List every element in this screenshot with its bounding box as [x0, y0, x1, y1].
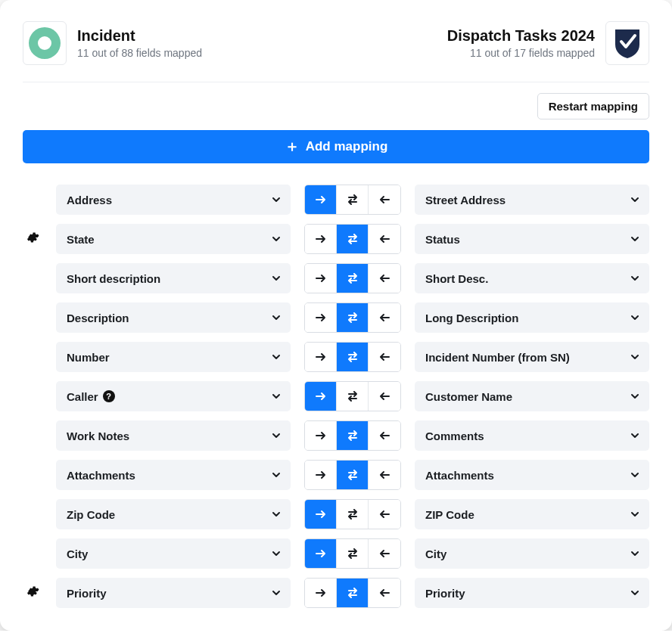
target-field-label: Short Desc.: [425, 272, 488, 285]
direction-right-button[interactable]: [305, 500, 337, 529]
mapping-row: StateStatus: [23, 224, 649, 254]
chevron-down-icon: [271, 234, 282, 244]
mapping-row: Zip CodeZIP Code: [23, 499, 649, 529]
target-field-select[interactable]: Long Description: [415, 302, 649, 333]
chevron-down-icon: [271, 548, 282, 559]
info-icon: ?: [103, 390, 115, 402]
chevron-down-icon: [630, 194, 640, 205]
direction-left-button[interactable]: [369, 185, 400, 214]
mapping-row: Caller?Customer Name: [23, 381, 649, 411]
ring-icon: [29, 27, 61, 59]
target-field-label: Attachments: [425, 469, 494, 482]
source-field-select[interactable]: City: [56, 538, 291, 569]
chevron-down-icon: [271, 588, 282, 598]
gear-icon: [26, 585, 39, 598]
direction-both-button[interactable]: [337, 461, 369, 489]
chevron-down-icon: [271, 509, 282, 520]
direction-right-button[interactable]: [305, 185, 337, 214]
target-field-select[interactable]: ZIP Code: [415, 499, 649, 529]
source-field-select[interactable]: Attachments: [56, 460, 291, 490]
source-field-select[interactable]: Short description: [56, 263, 291, 293]
source-logo: [23, 21, 67, 65]
mapping-row: PriorityPriority: [23, 578, 649, 608]
source-field-label: Short description: [67, 272, 160, 285]
source-field-select[interactable]: Address: [56, 185, 291, 215]
direction-both-button[interactable]: [337, 343, 369, 371]
chevron-down-icon: [630, 470, 640, 480]
direction-left-button[interactable]: [369, 225, 400, 253]
direction-group: [304, 578, 401, 608]
direction-right-button[interactable]: [305, 303, 337, 332]
target-field-label: Customer Name: [425, 390, 512, 403]
direction-right-button[interactable]: [305, 264, 337, 293]
target-field-select[interactable]: Incident Number (from SN): [415, 342, 649, 372]
mapping-row: DescriptionLong Description: [23, 302, 649, 333]
direction-left-button[interactable]: [369, 343, 400, 371]
direction-left-button[interactable]: [369, 461, 400, 489]
direction-both-button[interactable]: [337, 579, 369, 607]
direction-left-button[interactable]: [369, 382, 400, 411]
gear-column: [23, 585, 42, 601]
target-field-select[interactable]: Attachments: [415, 460, 649, 490]
direction-right-button[interactable]: [305, 539, 337, 568]
direction-right-button[interactable]: [305, 421, 337, 450]
target-field-select[interactable]: Customer Name: [415, 381, 649, 411]
direction-both-button[interactable]: [337, 500, 369, 529]
direction-right-button[interactable]: [305, 461, 337, 489]
direction-left-button[interactable]: [369, 421, 400, 450]
direction-both-button[interactable]: [337, 225, 369, 253]
target-field-select[interactable]: Street Address: [415, 185, 649, 215]
direction-both-button[interactable]: [337, 303, 369, 332]
direction-both-button[interactable]: [337, 421, 369, 450]
source-field-select[interactable]: Number: [56, 342, 291, 372]
source-subtitle: 11 out of 88 fields mapped: [77, 47, 202, 59]
direction-left-button[interactable]: [369, 303, 400, 332]
chevron-down-icon: [271, 194, 282, 205]
direction-both-button[interactable]: [337, 185, 369, 214]
direction-both-button[interactable]: [337, 264, 369, 293]
gear-column: [23, 231, 42, 247]
add-mapping-label: Add mapping: [306, 139, 388, 154]
direction-left-button[interactable]: [369, 579, 400, 607]
add-mapping-button[interactable]: ＋ Add mapping: [23, 130, 649, 163]
target-field-select[interactable]: Comments: [415, 420, 649, 451]
target-title: Dispatch Tasks 2024: [447, 27, 595, 45]
direction-right-button[interactable]: [305, 343, 337, 371]
direction-both-button[interactable]: [337, 382, 369, 411]
target-subtitle: 11 out of 17 fields mapped: [447, 47, 595, 59]
target-field-label: ZIP Code: [425, 508, 474, 521]
direction-left-button[interactable]: [369, 264, 400, 293]
target-field-select[interactable]: City: [415, 538, 649, 569]
direction-group: [304, 381, 401, 411]
row-settings-button[interactable]: [26, 585, 39, 601]
chevron-down-icon: [271, 312, 282, 323]
restart-mapping-button[interactable]: Restart mapping: [537, 93, 649, 119]
chevron-down-icon: [271, 430, 282, 441]
source-field-label: Priority: [67, 587, 107, 600]
row-settings-button[interactable]: [26, 231, 39, 247]
direction-right-button[interactable]: [305, 579, 337, 607]
target-field-select[interactable]: Priority: [415, 578, 649, 608]
source-field-select[interactable]: State: [56, 224, 291, 254]
source-field-select[interactable]: Work Notes: [56, 420, 291, 451]
source-field-select[interactable]: Description: [56, 302, 291, 333]
source-field-select[interactable]: Zip Code: [56, 499, 291, 529]
source-field-select[interactable]: Caller?: [56, 381, 291, 411]
source-field-label: Attachments: [67, 469, 135, 482]
direction-right-button[interactable]: [305, 382, 337, 411]
chevron-down-icon: [630, 273, 640, 284]
gear-icon: [26, 231, 39, 244]
target-field-select[interactable]: Status: [415, 224, 649, 254]
source-field-select[interactable]: Priority: [56, 578, 291, 608]
header: Incident 11 out of 88 fields mapped Disp…: [23, 21, 649, 65]
direction-right-button[interactable]: [305, 225, 337, 253]
chevron-down-icon: [271, 391, 282, 402]
direction-left-button[interactable]: [369, 539, 400, 568]
direction-group: [304, 499, 401, 529]
chevron-down-icon: [271, 273, 282, 284]
direction-both-button[interactable]: [337, 539, 369, 568]
direction-left-button[interactable]: [369, 500, 400, 529]
source-field-label: Description: [67, 312, 129, 324]
target-field-select[interactable]: Short Desc.: [415, 263, 649, 293]
source-title: Incident: [77, 27, 202, 45]
